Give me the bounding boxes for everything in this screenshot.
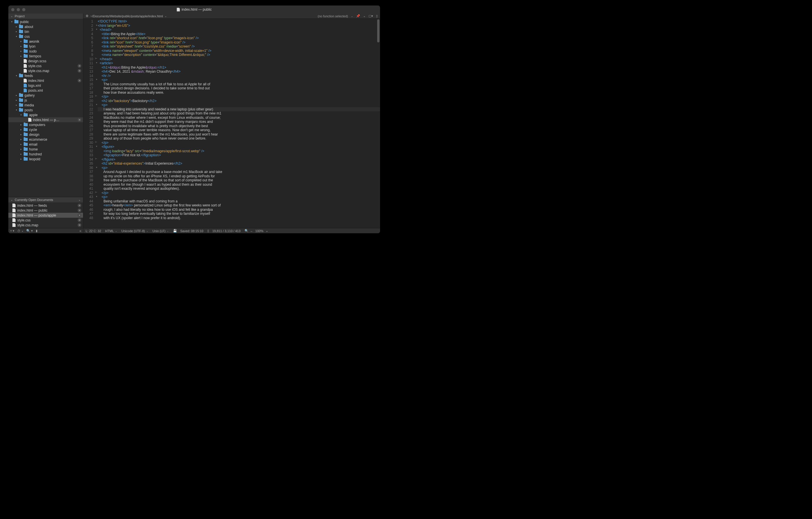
zoom-dot[interactable]: [22, 8, 25, 11]
file-item[interactable]: ▸style.css✕: [8, 63, 83, 68]
line-number[interactable]: 30⊢: [83, 141, 98, 145]
disclosure-triangle[interactable]: ▸: [15, 30, 18, 33]
line-number[interactable]: 41: [83, 186, 98, 191]
folder-item[interactable]: ▸hundred✕: [8, 152, 83, 156]
line-number[interactable]: 42⊢: [83, 191, 98, 195]
line-number[interactable]: 8: [83, 49, 98, 53]
code-line[interactable]: <figcaption>First rice lol.</figcaption>: [98, 153, 380, 157]
close-icon[interactable]: ✕: [78, 118, 81, 122]
code-line[interactable]: <h2 id="initial-experiences">Initial Exp…: [98, 162, 380, 166]
folder-item[interactable]: ▸aeonik✕: [8, 39, 83, 44]
folder-item[interactable]: ▸design✕: [8, 132, 83, 137]
folder-item[interactable]: ▸bin✕: [8, 29, 83, 34]
code-line[interactable]: <p>: [98, 103, 380, 107]
disclosure-triangle[interactable]: ▸: [20, 133, 22, 136]
code-line[interactable]: <p>: [98, 195, 380, 199]
code-line[interactable]: quality isn't exactly revered amongst au…: [98, 186, 380, 191]
fold-marker[interactable]: ▾: [96, 24, 97, 27]
code-line[interactable]: <h2 id="backstory">Backstory</h2>: [98, 99, 380, 103]
split-icon[interactable]: ▢▾: [369, 14, 373, 18]
line-number[interactable]: 10⊢: [83, 57, 98, 61]
fold-marker[interactable]: ⊢: [95, 57, 97, 60]
code-line[interactable]: for way too long before eventually takin…: [98, 212, 380, 216]
code-line[interactable]: Being unfamiliar with macOS and coming f…: [98, 199, 380, 204]
code-line[interactable]: <link rel="stylesheet" href="/css/style.…: [98, 45, 380, 49]
line-number[interactable]: 3▾: [83, 28, 98, 32]
project-tree[interactable]: ▾public✕▸about✕▸bin✕▾css✕▸aeonik✕▸lyon✕▸…: [8, 19, 83, 197]
fold-marker[interactable]: ⊢: [95, 95, 97, 97]
breadcrumb-path[interactable]: ~/Documents/Website/public/posts/apple/i…: [90, 15, 163, 18]
close-icon[interactable]: ✕: [78, 213, 81, 217]
disclosure-triangle[interactable]: ▸: [15, 104, 18, 106]
code-line[interactable]: </p>: [98, 141, 380, 145]
project-panel-header[interactable]: ⌄ Project: [8, 13, 83, 19]
code-line[interactable]: <article>: [98, 61, 380, 65]
line-number[interactable]: 36▾: [83, 166, 98, 170]
folder-item[interactable]: ▸leopold✕: [8, 156, 83, 162]
line-number[interactable]: 12: [83, 65, 98, 70]
fold-marker[interactable]: ▾: [96, 195, 97, 198]
folder-item[interactable]: ▸js✕: [8, 98, 83, 103]
line-number[interactable]: 47: [83, 212, 98, 216]
folder-item[interactable]: ▾apple✕: [8, 112, 83, 117]
layout-icon[interactable]: ▮: [36, 229, 37, 233]
folder-item[interactable]: ▸tiempos✕: [8, 54, 83, 59]
titlebar[interactable]: index.html — public: [8, 5, 380, 13]
fold-marker[interactable]: ▾: [96, 166, 97, 169]
code-line[interactable]: </p>: [98, 191, 380, 195]
code-line[interactable]: their product design decisions. I decide…: [98, 86, 380, 90]
line-number[interactable]: 13: [83, 69, 98, 74]
code-content[interactable]: <!DOCTYPE html><html lang="en-US"> <head…: [98, 19, 380, 228]
document-icon[interactable]: ▯: [376, 14, 378, 18]
line-number[interactable]: 33: [83, 153, 98, 157]
line-number[interactable]: 40: [83, 182, 98, 187]
code-line[interactable]: value laptop of all time over terrible r…: [98, 128, 380, 132]
fold-marker[interactable]: ⊢: [95, 158, 97, 160]
add-icon[interactable]: + ▾: [10, 229, 14, 233]
code-line[interactable]: thus proceeded to invalidate what is pre…: [98, 124, 380, 128]
cursor-position[interactable]: L: 22 C: 32: [86, 229, 101, 233]
chevron-down-icon[interactable]: ⌄: [363, 14, 366, 18]
line-number[interactable]: 35: [83, 162, 98, 166]
disclosure-triangle[interactable]: ▸: [20, 153, 22, 155]
close-icon[interactable]: ✕: [78, 218, 81, 222]
line-number[interactable]: 4: [83, 32, 98, 36]
close-dot[interactable]: [11, 8, 14, 11]
disclosure-triangle[interactable]: ▸: [15, 99, 18, 102]
folder-item[interactable]: ▸lyon✕: [8, 44, 83, 49]
code-line[interactable]: <title>Biting the Apple</title>: [98, 32, 380, 36]
code-line[interactable]: with it's UX (spoiler alert I now prefer…: [98, 216, 380, 220]
code-line[interactable]: there are some legitimate flaws with the…: [98, 132, 380, 137]
folder-item[interactable]: ▸email✕: [8, 142, 83, 147]
line-number[interactable]: 34⊢: [83, 157, 98, 162]
fold-marker[interactable]: ▾: [96, 61, 97, 64]
line-number[interactable]: 11▾: [83, 61, 98, 65]
code-line[interactable]: <html lang="en-US">: [98, 24, 380, 28]
code-line[interactable]: <head>: [98, 28, 380, 32]
code-line[interactable]: ecosystem for me (though I wasn't as hyp…: [98, 182, 380, 187]
disclosure-triangle[interactable]: ▸: [20, 143, 22, 146]
line-number[interactable]: 18: [83, 90, 98, 95]
open-document-item[interactable]: style.css.map✕: [8, 223, 83, 228]
menu-icon[interactable]: ≡: [80, 229, 81, 233]
code-line[interactable]: The Linux community usually has a lot of…: [98, 82, 380, 86]
disclosure-triangle[interactable]: ▾: [20, 114, 22, 116]
disclosure-triangle[interactable]: ▾: [11, 21, 13, 23]
code-line[interactable]: <figure>: [98, 145, 380, 149]
close-icon[interactable]: ✕: [78, 223, 81, 227]
code-line[interactable]: <meta name="viewport" content="width=dev…: [98, 49, 380, 53]
code-line[interactable]: </p>: [98, 94, 380, 99]
line-ending-selector[interactable]: Unix (LF): [152, 229, 169, 233]
line-number-gutter[interactable]: 12▾3▾45678910⊢11▾12131415▾16171819⊢2021▾…: [83, 19, 98, 228]
vertical-scrollbar[interactable]: [377, 19, 379, 42]
close-icon[interactable]: ✕: [78, 64, 81, 68]
code-line[interactable]: anyway, and I had been hearing just abou…: [98, 111, 380, 116]
code-line[interactable]: <link rel="icon" href="/icon.png" type="…: [98, 40, 380, 45]
disclosure-triangle[interactable]: ▸: [20, 138, 22, 141]
folder-item[interactable]: ▸media✕: [8, 103, 83, 108]
code-line[interactable]: <img loading="lazy" src="/media/images/a…: [98, 149, 380, 153]
dropdown-icon[interactable]: ⌄: [351, 15, 353, 18]
line-number[interactable]: 39: [83, 178, 98, 182]
code-line[interactable]: <!DOCTYPE html>: [98, 19, 380, 24]
code-line[interactable]: rough; I also had literally no idea how …: [98, 208, 380, 212]
